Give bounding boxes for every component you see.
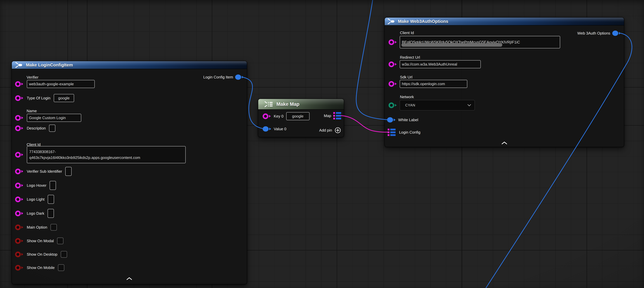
- login-config-item-output-label: Login Config Item: [203, 75, 233, 80]
- white-label-label: White Label: [398, 118, 418, 122]
- type-of-login-pin[interactable]: [15, 95, 24, 101]
- logo-hover-pin[interactable]: [15, 183, 24, 188]
- add-pin-icon: [334, 127, 341, 134]
- show-on-modal-pin[interactable]: [15, 238, 24, 244]
- show-on-modal-checkbox[interactable]: [57, 237, 64, 244]
- redirect-url-input[interactable]: [400, 60, 481, 68]
- wire-map-to-login-config[interactable]: [341, 116, 388, 132]
- type-of-login-input[interactable]: [54, 94, 74, 102]
- key-0-input[interactable]: [286, 112, 310, 120]
- blueprint-canvas[interactable]: Make LoginConfigItem Login Config Item V…: [0, 0, 644, 288]
- verifier-input[interactable]: [27, 80, 95, 88]
- main-option-checkbox[interactable]: [50, 224, 57, 231]
- logo-light-label: Logo Light: [27, 197, 44, 202]
- show-on-desktop-pin[interactable]: [15, 251, 24, 257]
- show-on-modal-label: Show On Modal: [27, 239, 54, 243]
- verifier-pin[interactable]: [15, 81, 24, 87]
- logo-hover-input[interactable]: [50, 181, 56, 190]
- map-output-label: Map: [324, 114, 331, 118]
- collapse-node-button[interactable]: [502, 142, 507, 144]
- make-map-icon: [264, 101, 273, 107]
- network-label: Network: [400, 95, 414, 99]
- login-config-label: Login Config: [399, 130, 420, 135]
- description-input[interactable]: [49, 125, 56, 132]
- node-title-bar[interactable]: Make LoginConfigItem: [12, 61, 247, 69]
- chevron-up-icon: [502, 142, 507, 144]
- name-input[interactable]: [27, 114, 81, 122]
- node-title-bar[interactable]: Make Web3AuthOptions: [385, 18, 624, 26]
- add-pin-button[interactable]: Add pin: [319, 127, 341, 134]
- sdk-url-input[interactable]: [400, 80, 467, 88]
- description-pin[interactable]: [15, 125, 24, 131]
- verifier-sub-identifier-pin[interactable]: [15, 169, 24, 174]
- make-struct-icon: [387, 19, 395, 24]
- logo-hover-label: Logo Hover: [27, 183, 46, 188]
- network-dropdown[interactable]: CYAN: [400, 100, 475, 111]
- node-title: Make LoginConfigItem: [26, 63, 73, 68]
- show-on-desktop-label: Show On Desktop: [27, 252, 58, 257]
- verifier-sub-identifier-input[interactable]: [65, 167, 72, 176]
- main-option-pin[interactable]: [15, 224, 24, 230]
- description-label: Description: [27, 126, 46, 131]
- redirect-url-label: Redirect Url: [400, 55, 420, 60]
- node-title: Make Map: [276, 101, 300, 107]
- make-struct-icon: [15, 62, 23, 68]
- redirect-url-pin[interactable]: [388, 62, 397, 67]
- name-pin[interactable]: [15, 115, 24, 121]
- node-title: Make Web3AuthOptions: [398, 19, 448, 24]
- value-0-label: Value 0: [274, 127, 286, 131]
- logo-light-pin[interactable]: [15, 196, 24, 202]
- node-make-login-config-item[interactable]: Make LoginConfigItem Login Config Item V…: [12, 61, 247, 284]
- client-id-pin[interactable]: [388, 39, 397, 45]
- type-of-login-label: Type Of Login: [27, 96, 50, 100]
- collapse-node-button[interactable]: [126, 277, 132, 280]
- network-pin[interactable]: [388, 102, 397, 108]
- logo-dark-label: Logo Dark: [27, 211, 44, 216]
- node-make-map[interactable]: Make Map Key 0 Value 0 Map Add pin: [258, 99, 344, 137]
- chevron-down-icon: [468, 104, 471, 106]
- show-on-mobile-label: Show On Mobile: [27, 265, 55, 270]
- verifier-label: Verifier: [26, 75, 38, 80]
- node-title-bar[interactable]: Make Map: [258, 99, 344, 110]
- network-selected-value: CYAN: [405, 103, 415, 107]
- key-0-pin[interactable]: [263, 113, 271, 119]
- show-on-mobile-pin[interactable]: [15, 265, 24, 270]
- logo-dark-pin[interactable]: [15, 211, 24, 216]
- login-config-pin[interactable]: [388, 129, 396, 136]
- name-label: Name: [26, 109, 37, 113]
- client-id-label: Client Id: [400, 31, 414, 35]
- client-id-pin[interactable]: [15, 152, 24, 158]
- key-0-label: Key 0: [274, 114, 284, 119]
- map-output-pin[interactable]: [333, 112, 341, 119]
- main-option-label: Main Option: [27, 225, 47, 230]
- chevron-up-icon: [126, 277, 132, 280]
- add-pin-label: Add pin: [319, 128, 332, 133]
- sdk-url-pin[interactable]: [388, 81, 397, 87]
- show-on-mobile-checkbox[interactable]: [58, 264, 64, 271]
- white-label-pin[interactable]: [387, 117, 396, 123]
- show-on-desktop-checkbox[interactable]: [61, 251, 67, 258]
- wire-offscreen-to-white-label[interactable]: [356, 0, 388, 120]
- value-0-pin[interactable]: [263, 126, 271, 132]
- sdk-url-label: Sdk Url: [400, 75, 412, 80]
- client-id-scrollbar[interactable]: [402, 43, 502, 47]
- client-id-input[interactable]: 774338308167- q463s7kpvja16l4l0kko3nb925…: [27, 146, 186, 163]
- logo-dark-input[interactable]: [48, 209, 54, 218]
- logo-light-input[interactable]: [48, 195, 54, 204]
- verifier-sub-identifier-label: Verifier Sub Identifier: [27, 169, 62, 174]
- web3auth-options-output-label: Web 3Auth Options: [577, 31, 610, 36]
